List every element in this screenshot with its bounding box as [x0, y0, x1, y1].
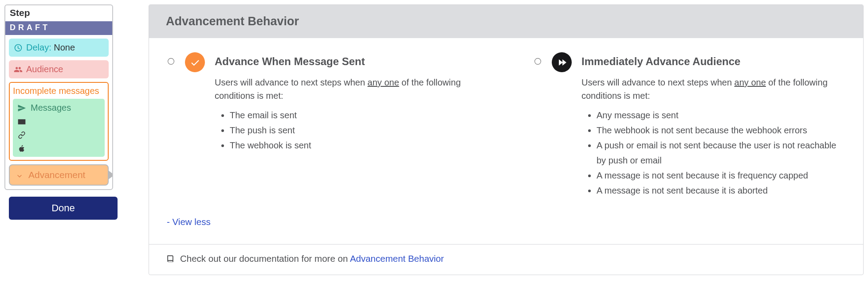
panel-body: Advance When Message Sent Users will adv… — [149, 38, 863, 244]
incomplete-messages-title: Incomplete messages — [13, 86, 105, 96]
messages-block: Incomplete messages Messages — [9, 82, 109, 161]
option-bullets: The email is sent The push is sent The w… — [215, 108, 479, 153]
options-row: Advance When Message Sent Users will adv… — [166, 53, 846, 198]
view-less-row: - View less — [167, 217, 846, 227]
channel-apple[interactable] — [17, 144, 100, 153]
panel-footer: Check out our documentation for more on … — [149, 244, 863, 275]
channel-webhook[interactable] — [17, 131, 100, 140]
bullet: A push or email is not sent because the … — [597, 138, 846, 168]
audience-label: Audience — [26, 64, 63, 74]
draft-status-bar: DRAFT — [5, 21, 112, 35]
apple-icon — [17, 144, 26, 153]
messages-box[interactable]: Messages — [13, 99, 105, 157]
step-title: Step — [5, 5, 112, 21]
view-less-link[interactable]: - View less — [167, 217, 211, 227]
footer-text: Check out our documentation for more on … — [180, 253, 444, 264]
radio-advance-when-sent[interactable] — [168, 58, 174, 65]
messages-row[interactable]: Messages — [17, 103, 100, 113]
bullet: A message is not sent because it is freq… — [597, 168, 846, 183]
step-card: Step DRAFT Delay: None Audience Incomp — [4, 4, 113, 190]
sidebar-column: Step DRAFT Delay: None Audience Incomp — [4, 4, 122, 224]
option-title: Immediately Advance Audience — [581, 55, 846, 68]
option-title: Advance When Message Sent — [215, 55, 479, 68]
delay-pill[interactable]: Delay: None — [9, 39, 109, 57]
fast-forward-icon — [552, 52, 572, 72]
footer-link[interactable]: Advancement Behavior — [350, 253, 444, 264]
bullet: The webhook is not sent because the webh… — [597, 123, 846, 138]
messages-label: Messages — [31, 103, 71, 113]
arrow-down-icon — [15, 171, 24, 179]
option-immediately-advance: Immediately Advance Audience Users will … — [533, 53, 846, 198]
radio-immediately-advance[interactable] — [534, 58, 541, 65]
delay-label: Delay: None — [26, 43, 75, 53]
bullet: The email is sent — [230, 108, 479, 123]
book-icon — [166, 254, 175, 263]
step-body: Delay: None Audience Incomplete messages — [5, 35, 112, 189]
audience-pill[interactable]: Audience — [9, 60, 109, 78]
clock-icon — [14, 43, 23, 52]
done-button[interactable]: Done — [9, 197, 118, 220]
panel-header: Advancement Behavior — [149, 5, 863, 38]
option-bullets: Any message is sent The webhook is not s… — [581, 108, 846, 198]
link-icon — [17, 131, 26, 140]
bullet: The webhook is sent — [230, 138, 479, 153]
paper-plane-icon — [17, 104, 26, 113]
option-advance-when-sent: Advance When Message Sent Users will adv… — [166, 53, 479, 153]
channel-email[interactable] — [17, 117, 100, 126]
bullet: The push is sent — [230, 123, 479, 138]
users-icon — [14, 65, 23, 74]
app-root: Step DRAFT Delay: None Audience Incomp — [0, 0, 868, 279]
bullet: A message is not sent because it is abor… — [597, 183, 846, 198]
envelope-icon — [17, 117, 26, 126]
check-circle-icon — [185, 52, 205, 72]
option-intro: Users will advance to next steps when an… — [581, 76, 846, 102]
advancement-pill[interactable]: Advancement — [9, 164, 109, 186]
option-intro: Users will advance to next steps when an… — [215, 76, 479, 102]
advancement-panel: Advancement Behavior Advance When Messag… — [149, 4, 864, 275]
bullet: Any message is sent — [597, 108, 846, 123]
advancement-label: Advancement — [28, 170, 85, 180]
